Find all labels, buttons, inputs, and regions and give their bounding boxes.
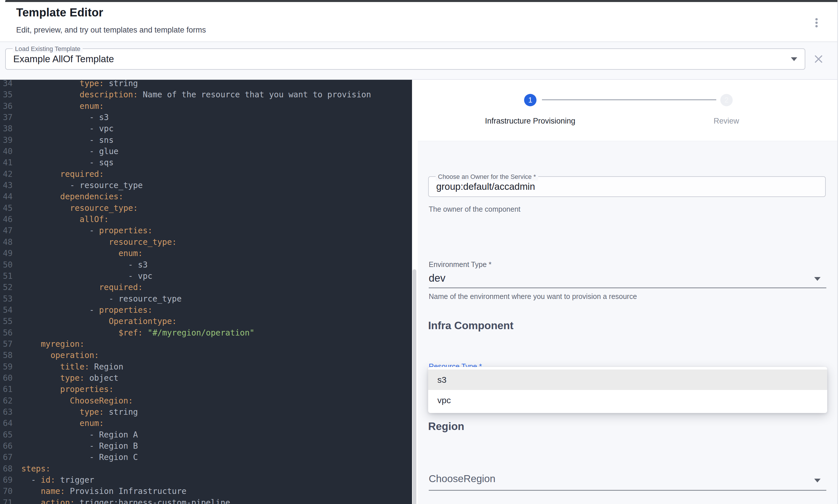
code-line: 64 enum: [0, 418, 412, 429]
owner-select[interactable]: Choose an Owner for the Service * group:… [428, 176, 826, 197]
line-number: 55 [0, 316, 21, 327]
code-line: 47 - properties: [0, 225, 412, 236]
line-number: 40 [0, 146, 21, 157]
more-options-kebab-icon[interactable] [811, 16, 822, 30]
line-number: 63 [0, 407, 21, 418]
line-number: 36 [0, 101, 21, 112]
code-line: 45 resource_type: [0, 202, 412, 214]
code-line: 69 - id: trigger [0, 474, 412, 486]
environment-helper-text: Name of the environment where you want t… [429, 292, 637, 301]
code-line: 57 myregion: [0, 338, 412, 349]
line-number: 54 [0, 304, 21, 316]
chevron-down-icon [814, 479, 821, 482]
line-number: 46 [0, 214, 21, 225]
chevron-down-icon [814, 277, 821, 281]
owner-helper-text: The owner of the component [429, 205, 520, 213]
line-number: 65 [0, 429, 21, 440]
code-line: 71 action: trigger:harness-custom-pipeli… [0, 497, 412, 504]
line-number: 66 [0, 440, 21, 452]
line-number: 58 [0, 349, 21, 361]
code-line: 67 - Region C [0, 452, 412, 463]
line-number: 70 [0, 486, 21, 497]
line-number: 57 [0, 338, 21, 349]
code-line: 52 required: [0, 282, 412, 293]
code-line: 53 - resource_type [0, 293, 412, 304]
line-number: 67 [0, 452, 21, 463]
code-line: 46 allOf: [0, 214, 412, 225]
code-line: 65 - Region A [0, 429, 412, 440]
resource-type-dropdown-menu: s3vpc [428, 367, 827, 413]
window-right-edge [837, 2, 838, 504]
line-number: 64 [0, 418, 21, 429]
line-number: 52 [0, 282, 21, 293]
code-line: 54 - properties: [0, 304, 412, 316]
template-editor-page: Template Editor Edit, preview, and try o… [0, 0, 839, 504]
environment-label: Environment Type * [429, 260, 492, 269]
code-line: 35 description: Name of the resource tha… [0, 89, 412, 100]
code-line: 43 - resource_type [0, 180, 412, 191]
load-template-value: Example AllOf Template [13, 49, 114, 69]
yaml-code-editor[interactable]: 34 type: string35 description: Name of t… [0, 80, 412, 504]
line-number: 39 [0, 134, 21, 146]
code-line: 63 type: string [0, 407, 412, 418]
code-line: 70 name: Provision Infrastructure [0, 486, 412, 497]
code-line: 60 type: object [0, 372, 412, 384]
code-line: 61 properties: [0, 384, 412, 395]
line-number: 50 [0, 259, 21, 270]
code-line: 37 - s3 [0, 112, 412, 123]
code-line: 58 operation: [0, 349, 412, 361]
code-line: 41 - sqs [0, 157, 412, 168]
line-number: 53 [0, 293, 21, 304]
line-number: 34 [0, 80, 21, 89]
editor-scrollbar-thumb[interactable] [413, 269, 416, 504]
window-top-edge [5, 0, 838, 2]
step-connector [542, 100, 716, 100]
line-number: 42 [0, 168, 21, 180]
code-line: 42 required: [0, 168, 412, 180]
code-line: 62 ChooseRegion: [0, 395, 412, 407]
code-line: 49 enum: [0, 248, 412, 259]
line-number: 59 [0, 361, 21, 372]
code-line: 55 Operationtype: [0, 316, 412, 327]
line-number: 51 [0, 270, 21, 282]
code-line: 68steps: [0, 463, 412, 474]
choose-region-select[interactable]: ChooseRegion [429, 473, 496, 484]
line-number: 49 [0, 248, 21, 259]
page-title: Template Editor [16, 6, 103, 19]
line-number: 41 [0, 157, 21, 168]
code-line: 44 dependencies: [0, 191, 412, 202]
code-line: 51 - vpc [0, 270, 412, 282]
line-number: 44 [0, 191, 21, 202]
form-preview-panel: 1 2 Infrastructure Provisioning Review C… [418, 80, 837, 504]
infrastructure-form: Choose an Owner for the Service * group:… [418, 141, 837, 504]
dropdown-option-s3[interactable]: s3 [428, 370, 827, 390]
step-2-indicator[interactable]: 2 [720, 94, 733, 106]
infra-component-heading: Infra Component [428, 320, 514, 332]
line-number: 61 [0, 384, 21, 395]
choose-region-underline [429, 490, 826, 491]
header: Template Editor Edit, preview, and try o… [0, 2, 837, 42]
clear-template-icon[interactable] [814, 55, 823, 64]
line-number: 43 [0, 180, 21, 191]
line-number: 47 [0, 225, 21, 236]
code-line: 50 - s3 [0, 259, 412, 270]
code-line: 34 type: string [0, 80, 412, 89]
environment-value[interactable]: dev [429, 272, 445, 284]
code-line: 40 - glue [0, 146, 412, 157]
stepper: 1 2 Infrastructure Provisioning Review [418, 80, 837, 141]
code-line: 39 - sns [0, 134, 412, 146]
line-number: 45 [0, 202, 21, 214]
dropdown-option-vpc[interactable]: vpc [428, 390, 827, 410]
code-line: 66 - Region B [0, 440, 412, 452]
line-number: 62 [0, 395, 21, 407]
line-number: 48 [0, 236, 21, 248]
step-1-indicator[interactable]: 1 [524, 94, 536, 106]
environment-underline [429, 287, 826, 288]
line-number: 69 [0, 474, 21, 486]
load-template-section: Load Existing Template Example AllOf Tem… [0, 42, 837, 80]
code-line: 59 title: Region [0, 361, 412, 372]
chevron-down-icon [791, 57, 797, 61]
line-number: 37 [0, 112, 21, 123]
code-line: 48 resource_type: [0, 236, 412, 248]
load-template-select[interactable]: Load Existing Template Example AllOf Tem… [5, 48, 805, 70]
